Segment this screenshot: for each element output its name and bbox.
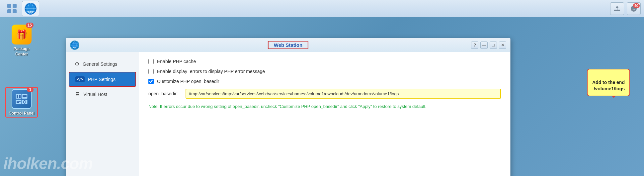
sidebar-php-settings-label: PHP Settings xyxy=(88,77,116,82)
taskbar-web-station[interactable]: WWW xyxy=(22,1,39,16)
web-station-window: WWW Web Station ? — □ ✕ ⚙ General Settin… xyxy=(66,38,511,176)
svg-rect-15 xyxy=(17,95,18,98)
control-panel-badge: 1 xyxy=(27,87,34,92)
package-center-badge: 15 xyxy=(26,23,34,28)
upload-button[interactable] xyxy=(610,2,624,15)
window-title: Web Station xyxy=(268,41,308,49)
callout-text: Add to the end :/volume1/logs xyxy=(592,80,625,92)
notification-button[interactable]: ... 40 xyxy=(627,2,641,15)
svg-marker-11 xyxy=(615,6,619,10)
window-controls: ? — □ ✕ xyxy=(471,42,506,49)
customize-open-basedir-checkbox[interactable] xyxy=(148,79,154,84)
svg-rect-1 xyxy=(13,4,17,8)
sidebar-general-settings-label: General Settings xyxy=(83,61,117,67)
package-center-icon[interactable]: 🎁 15 PackageCenter xyxy=(7,24,37,57)
open-basedir-note: Note: If errors occur due to wrong setti… xyxy=(148,103,447,110)
taskbar-right: ... 40 xyxy=(610,2,641,15)
svg-rect-16 xyxy=(19,95,21,98)
svg-rect-2 xyxy=(7,9,11,13)
php-icon: </> xyxy=(75,76,85,82)
enable-display-errors-checkbox[interactable] xyxy=(148,69,154,74)
callout-bubble: Add to the end :/volume1/logs xyxy=(587,69,630,96)
control-panel-selected-border: 1 Control Panel xyxy=(5,87,38,118)
window-close-button[interactable]: ✕ xyxy=(499,42,506,49)
svg-rect-0 xyxy=(7,4,11,8)
sidebar-item-php-settings[interactable]: </> PHP Settings xyxy=(69,72,136,87)
sidebar-item-general-settings[interactable]: ⚙ General Settings xyxy=(69,57,136,71)
enable-php-cache-checkbox[interactable] xyxy=(148,59,154,64)
gear-icon: ⚙ xyxy=(75,61,79,67)
notification-badge: 40 xyxy=(633,3,640,8)
svg-text:WWW: WWW xyxy=(28,11,33,13)
window-maximize-button[interactable]: □ xyxy=(490,42,497,49)
window-content: Enable PHP cache Enable display_errors t… xyxy=(139,52,510,176)
control-panel-label: Control Panel xyxy=(9,111,35,116)
customize-open-basedir-row: Customize PHP open_basedir xyxy=(148,79,501,84)
virtual-host-icon: 🖥 xyxy=(75,91,80,97)
desktop: 🎁 15 PackageCenter xyxy=(0,17,644,176)
enable-php-cache-row: Enable PHP cache xyxy=(148,59,501,64)
svg-rect-10 xyxy=(614,10,620,11)
svg-text:WWW: WWW xyxy=(73,47,77,48)
svg-rect-21 xyxy=(16,100,21,104)
taskbar-grid-app[interactable] xyxy=(3,1,21,16)
open-basedir-input[interactable] xyxy=(186,89,501,99)
window-minimize-button[interactable]: — xyxy=(480,42,488,49)
package-center-label: PackageCenter xyxy=(14,46,30,57)
window-titlebar: WWW Web Station ? — □ ✕ xyxy=(66,38,510,52)
enable-display-errors-label: Enable display_errors to display PHP err… xyxy=(157,69,265,74)
window-sidebar: ⚙ General Settings </> PHP Settings 🖥 Vi… xyxy=(66,52,139,176)
control-panel-icon[interactable]: 1 Control Panel xyxy=(7,88,37,116)
window-help-button[interactable]: ? xyxy=(471,42,478,49)
svg-rect-3 xyxy=(13,9,17,13)
sidebar-virtual-host-label: Virtual Host xyxy=(83,92,107,97)
open-basedir-field-label: open_basedir: xyxy=(148,91,182,96)
window-body: ⚙ General Settings </> PHP Settings 🖥 Vi… xyxy=(66,52,510,176)
enable-php-cache-label: Enable PHP cache xyxy=(157,59,196,64)
taskbar: WWW ... 40 xyxy=(0,0,644,17)
enable-display-errors-row: Enable display_errors to display PHP err… xyxy=(148,69,501,74)
open-basedir-row: open_basedir: xyxy=(148,89,501,99)
customize-open-basedir-label: Customize PHP open_basedir xyxy=(157,79,219,84)
sidebar-item-virtual-host[interactable]: 🖥 Virtual Host xyxy=(69,87,136,101)
window-logo: WWW xyxy=(70,41,79,50)
